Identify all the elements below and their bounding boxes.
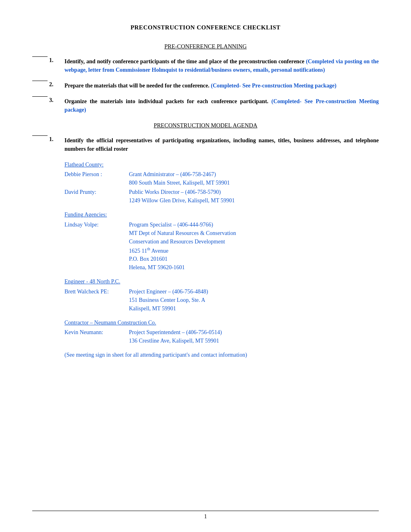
funding-agencies-label: Funding Agencies: (64, 210, 379, 219)
kevin-role: Project Superintendent – (406-756-0514) (129, 328, 379, 337)
debbie-role: Grant Administrator – (406-758-2467) (129, 170, 379, 179)
item-num-1: 1. (49, 57, 54, 64)
david-address: 1249 Willow Glen Drive, Kalispell, MT 59… (129, 196, 379, 205)
contractor-group: Contractor – Neumann Construction Co. Ke… (64, 318, 379, 345)
kevin-neumann-row: Kevin Neumann: Project Superintendent – … (64, 328, 379, 345)
brett-walcheck-row: Brett Walcheck PE: Project Engineer – (4… (64, 287, 379, 313)
blank-line-agenda-1 (32, 135, 48, 136)
item-number-col-2: 2. (32, 81, 64, 88)
funding-agencies-group: Funding Agencies: Lindsay Volpe: Program… (64, 210, 379, 272)
checklist-item-1: 1. Identify, and notify conference parti… (32, 57, 379, 74)
flathead-county-label: Flathead County: (64, 160, 379, 169)
lindsay-addr5: Helena, MT 59620-1601 (129, 263, 379, 272)
lindsay-addr3: 1625 11th Avenue (129, 246, 379, 255)
lindsay-addr1: MT Dept of Natural Resources & Conservat… (129, 229, 379, 237)
brett-role: Project Engineer – (406-756-4848) (129, 287, 379, 296)
item-bold-2: Prepare the materials that will be neede… (64, 83, 210, 89)
main-title: PRECONSTRUCTION CONFERENCE CHECKLIST (32, 24, 379, 31)
david-prunty-details: Public Works Director – (406-758-5790) 1… (129, 188, 379, 205)
debbie-pierson-row: Debbie Pierson : Grant Administrator – (… (64, 170, 379, 187)
lindsay-volpe-row: Lindsay Volpe: Program Specialist – (406… (64, 220, 379, 272)
contractor-label: Contractor – Neumann Construction Co. (64, 318, 379, 327)
david-prunty-row: David Prunty: Public Works Director – (4… (64, 188, 379, 205)
page-number: 1 (204, 513, 207, 520)
debbie-pierson-details: Grant Administrator – (406-758-2467) 800… (129, 170, 379, 187)
checklist-item-3: 3. Organize the materials into individua… (32, 97, 379, 114)
page: PRECONSTRUCTION CONFERENCE CHECKLIST PRE… (0, 0, 411, 532)
item-bold-3: Organize the materials into individual p… (64, 98, 268, 104)
checklist-item-2: 2. Prepare the materials that will be ne… (32, 81, 379, 90)
item-content-agenda-1: Identify the official representatives of… (64, 136, 379, 153)
item-content-3: Organize the materials into individual p… (64, 97, 379, 114)
blank-line-3 (32, 96, 48, 97)
item-content-1: Identify, and notify conference particip… (64, 57, 379, 74)
lindsay-addr4: P.O. Box 201601 (129, 255, 379, 263)
section-pre-conference: PRE-CONFERENCE PLANNING (32, 43, 379, 50)
item-content-2: Prepare the materials that will be neede… (64, 81, 379, 90)
blank-line-1 (32, 56, 48, 57)
brett-addr2: Kalispell, MT 59901 (129, 304, 379, 313)
item-bold-1: Identify, and notify conference particip… (64, 58, 304, 64)
lindsay-addr2: Conservation and Resources Development (129, 237, 379, 246)
item-number-col-3: 3. (32, 97, 64, 104)
lindsay-role: Program Specialist – (406-444-9766) (129, 220, 379, 229)
kevin-addr1: 136 Crestline Ave, Kalispell, MT 59901 (129, 337, 379, 345)
david-role: Public Works Director – (406-758-5790) (129, 188, 379, 196)
lindsay-volpe-details: Program Specialist – (406-444-9766) MT D… (129, 220, 379, 272)
brett-walcheck-name: Brett Walcheck PE: (64, 287, 129, 313)
david-prunty-name: David Prunty: (64, 188, 129, 205)
item-blue-2: (Completed- See Pre-construction Meeting… (211, 83, 336, 89)
brett-addr1: 151 Business Center Loop, Ste. A (129, 296, 379, 304)
item-number-col-agenda-1: 1. (32, 136, 64, 143)
brett-walcheck-details: Project Engineer – (406-756-4848) 151 Bu… (129, 287, 379, 313)
see-note: (See meeting sign in sheet for all atten… (64, 351, 379, 360)
page-footer: 1 (32, 511, 379, 520)
debbie-address: 800 South Main Street, Kalispell, MT 599… (129, 179, 379, 187)
lindsay-volpe-name: Lindsay Volpe: (64, 220, 129, 272)
contacts-subsection: Flathead County: Debbie Pierson : Grant … (64, 160, 379, 360)
section-agenda: PRECONSTRUCTION MODEL AGENDA (32, 122, 379, 129)
item-number-col-1: 1. (32, 57, 64, 64)
item-num-3: 3. (49, 97, 54, 104)
checklist-item-agenda-1: 1. Identify the official representatives… (32, 136, 379, 153)
item-bold-agenda-1: Identify the official representatives of… (64, 137, 379, 152)
kevin-neumann-name: Kevin Neumann: (64, 328, 129, 345)
engineer-label: Engineer - 48 North P.C. (64, 277, 379, 286)
engineer-group: Engineer - 48 North P.C. Brett Walcheck … (64, 277, 379, 312)
item-num-agenda-1: 1. (49, 136, 54, 143)
blank-line-2 (32, 81, 48, 81)
item-num-2: 2. (49, 81, 54, 88)
flathead-county-group: Flathead County: Debbie Pierson : Grant … (64, 160, 379, 205)
debbie-pierson-name: Debbie Pierson : (64, 170, 129, 187)
kevin-neumann-details: Project Superintendent – (406-756-0514) … (129, 328, 379, 345)
